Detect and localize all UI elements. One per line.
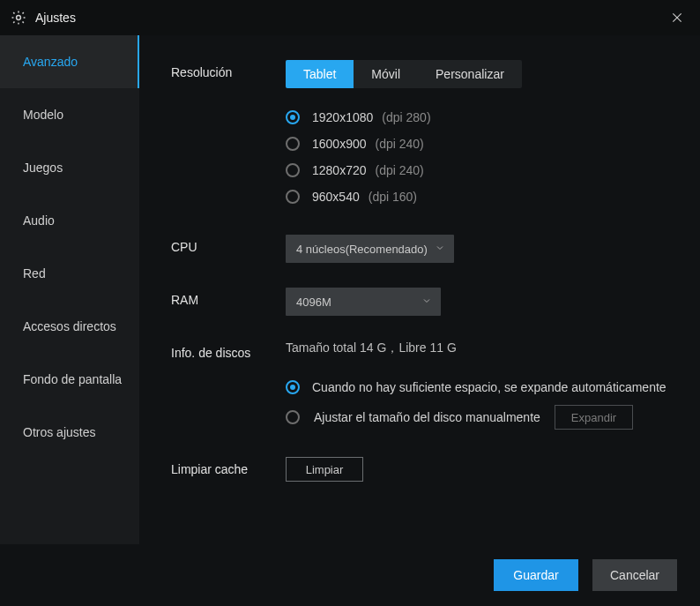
resolution-value: 960x540 [312, 190, 360, 204]
sidebar-item-label: Audio [23, 213, 55, 228]
sidebar-item-label: Modelo [23, 108, 63, 122]
radio-icon [286, 110, 300, 124]
sidebar-item-label: Fondo de pantalla [23, 372, 122, 386]
sidebar-item-juegos[interactable]: Juegos [0, 141, 139, 194]
radio-icon [286, 190, 300, 204]
resolution-options: 1920x1080 (dpi 280) 1600x900 (dpi 240) 1… [286, 104, 668, 210]
resolution-value: 1280x720 [312, 163, 367, 177]
tab-label: Tablet [303, 67, 336, 81]
radio-icon [286, 410, 300, 424]
sidebar-item-accesos[interactable]: Accesos directos [0, 300, 139, 353]
tab-personalizar[interactable]: Personalizar [418, 60, 522, 88]
resolution-value: 1920x1080 [312, 110, 373, 124]
tab-tablet[interactable]: Tablet [286, 60, 354, 88]
disk-label: Info. de discos [171, 340, 286, 360]
ram-label: RAM [171, 288, 286, 307]
resolution-label: Resolución [171, 60, 286, 79]
sidebar: Avanzado Modelo Juegos Audio Red Accesos… [0, 35, 139, 544]
resolution-dpi: (dpi 280) [382, 110, 430, 124]
cache-label: Limpiar cache [171, 457, 286, 476]
expand-button[interactable]: Expandir [555, 405, 633, 430]
close-button[interactable] [666, 7, 688, 28]
disk-option-manual[interactable]: Ajustar el tamaño del disco manualmente … [286, 402, 668, 432]
clear-cache-button[interactable]: Limpiar [286, 457, 363, 482]
disk-info: Tamaño total 14 G，Libre 11 G [286, 340, 668, 356]
disk-option-auto[interactable]: Cuando no hay suficiente espacio, se exp… [286, 372, 668, 402]
sidebar-item-label: Otros ajustes [23, 425, 95, 439]
ram-select[interactable]: 4096M [286, 288, 441, 316]
chevron-down-icon [421, 296, 432, 309]
resolution-option-1280x720[interactable]: 1280x720 (dpi 240) [286, 157, 668, 183]
sidebar-item-label: Red [23, 266, 46, 281]
disk-option-auto-label: Cuando no hay suficiente espacio, se exp… [312, 380, 666, 394]
radio-icon [286, 163, 300, 177]
resolution-option-960x540[interactable]: 960x540 (dpi 160) [286, 183, 668, 210]
window-title: Ajustes [35, 11, 76, 25]
resolution-option-1920x1080[interactable]: 1920x1080 (dpi 280) [286, 104, 668, 131]
sidebar-item-label: Accesos directos [23, 319, 116, 333]
content-panel: Resolución Tablet Móvil Personalizar 192… [139, 35, 700, 544]
radio-icon [286, 380, 300, 394]
sidebar-item-modelo[interactable]: Modelo [0, 88, 139, 141]
gear-icon [11, 10, 26, 26]
tab-label: Personalizar [436, 67, 504, 81]
cpu-value: 4 núcleos(Recomendado) [296, 243, 428, 256]
ram-value: 4096M [296, 296, 331, 309]
cancel-button[interactable]: Cancelar [592, 559, 677, 591]
sidebar-item-otros[interactable]: Otros ajustes [0, 406, 139, 459]
sidebar-item-avanzado[interactable]: Avanzado [0, 35, 139, 88]
sidebar-item-fondo[interactable]: Fondo de pantalla [0, 353, 139, 406]
svg-point-0 [17, 16, 21, 20]
cpu-label: CPU [171, 235, 286, 254]
save-button[interactable]: Guardar [494, 559, 578, 591]
resolution-tabs: Tablet Móvil Personalizar [286, 60, 522, 88]
cpu-select[interactable]: 4 núcleos(Recomendado) [286, 235, 454, 263]
footer: Guardar Cancelar [0, 544, 700, 606]
disk-option-manual-label: Ajustar el tamaño del disco manualmente [314, 410, 540, 424]
chevron-down-icon [435, 243, 445, 256]
sidebar-item-audio[interactable]: Audio [0, 194, 139, 247]
resolution-option-1600x900[interactable]: 1600x900 (dpi 240) [286, 131, 668, 157]
sidebar-item-label: Juegos [23, 161, 63, 175]
resolution-dpi: (dpi 160) [369, 190, 417, 204]
resolution-value: 1600x900 [312, 137, 367, 151]
radio-icon [286, 137, 300, 151]
titlebar: Ajustes [0, 0, 700, 35]
sidebar-item-label: Avanzado [23, 55, 78, 69]
tab-label: Móvil [371, 67, 400, 81]
sidebar-item-red[interactable]: Red [0, 247, 139, 300]
tab-movil[interactable]: Móvil [354, 60, 418, 88]
resolution-dpi: (dpi 240) [376, 163, 424, 177]
resolution-dpi: (dpi 240) [376, 137, 424, 151]
